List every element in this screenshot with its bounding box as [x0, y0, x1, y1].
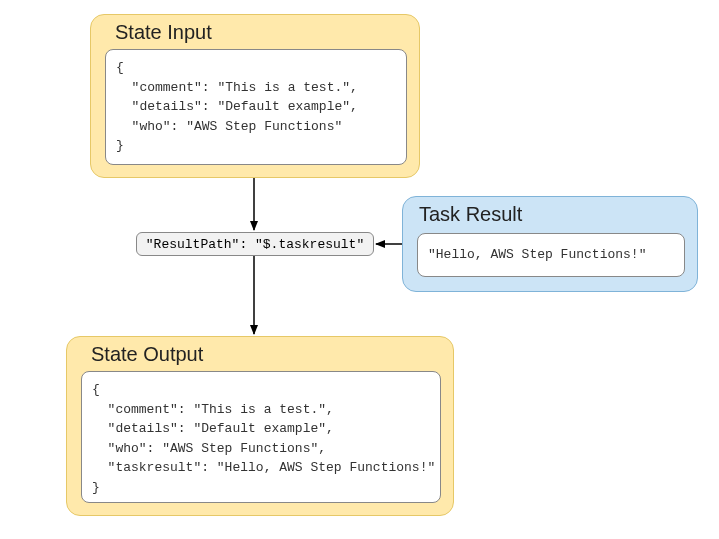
result-path-node: "ResultPath": "$.taskresult": [136, 232, 374, 256]
step-functions-resultpath-diagram: State Input { "comment": "This is a test…: [0, 0, 719, 539]
state-output-code: { "comment": "This is a test.", "details…: [81, 371, 441, 503]
state-input-title: State Input: [115, 21, 212, 44]
state-output-box: State Output { "comment": "This is a tes…: [66, 336, 454, 516]
task-result-box: Task Result "Hello, AWS Step Functions!": [402, 196, 698, 292]
state-input-box: State Input { "comment": "This is a test…: [90, 14, 420, 178]
task-result-code: "Hello, AWS Step Functions!": [417, 233, 685, 277]
state-output-title: State Output: [91, 343, 203, 366]
state-input-code: { "comment": "This is a test.", "details…: [105, 49, 407, 165]
task-result-title: Task Result: [419, 203, 522, 226]
